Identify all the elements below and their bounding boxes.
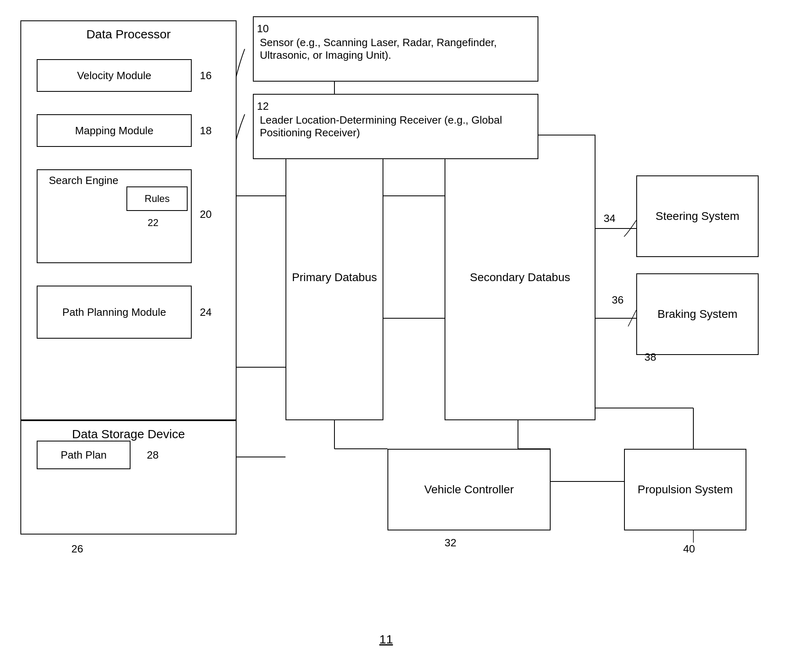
ref-22: 22: [148, 217, 159, 228]
search-engine-label: Search Engine: [49, 174, 119, 187]
sensor-box: Sensor (e.g., Scanning Laser, Radar, Ran…: [253, 16, 538, 82]
ref-36: 36: [612, 294, 624, 306]
ref-34: 34: [604, 212, 615, 225]
rules-box: Rules: [126, 186, 188, 211]
mapping-module-box: Mapping Module: [37, 114, 192, 147]
data-storage-device-label: Data Storage Device: [72, 427, 185, 441]
velocity-module-label: Velocity Module: [77, 69, 151, 82]
search-engine-box: Search Engine Rules 22: [37, 169, 192, 263]
primary-databus-box: Primary Databus: [286, 135, 383, 420]
ref-16: 16: [200, 69, 212, 82]
path-plan-box: Path Plan: [37, 441, 131, 469]
leader-location-label: Leader Location-Determining Receiver (e.…: [260, 114, 531, 139]
secondary-databus-box: Secondary Databus: [445, 135, 595, 420]
ref-38: 38: [644, 351, 656, 364]
ref-18: 18: [200, 124, 212, 137]
braking-system-box: Braking System: [636, 273, 759, 355]
sensor-label: Sensor (e.g., Scanning Laser, Radar, Ran…: [260, 36, 531, 62]
ref-26: 26: [71, 543, 83, 555]
ref-20: 20: [200, 208, 212, 221]
ref-24: 24: [200, 306, 212, 319]
path-planning-module-box: Path Planning Module: [37, 286, 192, 339]
data-storage-device-box: Data Storage Device: [20, 420, 237, 534]
data-processor-label: Data Processor: [86, 27, 171, 41]
ref-10: 10: [257, 22, 269, 35]
path-plan-label: Path Plan: [61, 449, 107, 461]
propulsion-system-label: Propulsion System: [637, 483, 733, 496]
velocity-module-box: Velocity Module: [37, 59, 192, 92]
path-planning-module-label: Path Planning Module: [62, 306, 166, 319]
ref-28: 28: [147, 449, 159, 461]
ref-12: 12: [257, 100, 269, 113]
vehicle-controller-label: Vehicle Controller: [424, 483, 513, 496]
braking-system-label: Braking System: [657, 308, 737, 321]
ref-32: 32: [445, 537, 456, 549]
figure-number: 11: [379, 632, 393, 646]
leader-location-box: Leader Location-Determining Receiver (e.…: [253, 94, 538, 159]
steering-system-label: Steering System: [655, 210, 739, 223]
steering-system-box: Steering System: [636, 175, 759, 257]
propulsion-system-box: Propulsion System: [624, 449, 746, 530]
ref-40: 40: [683, 543, 695, 555]
rules-label: Rules: [145, 193, 170, 204]
primary-databus-label: Primary Databus: [292, 271, 377, 284]
vehicle-controller-box: Vehicle Controller: [387, 449, 551, 530]
mapping-module-label: Mapping Module: [75, 124, 153, 137]
secondary-databus-label: Secondary Databus: [470, 271, 570, 284]
